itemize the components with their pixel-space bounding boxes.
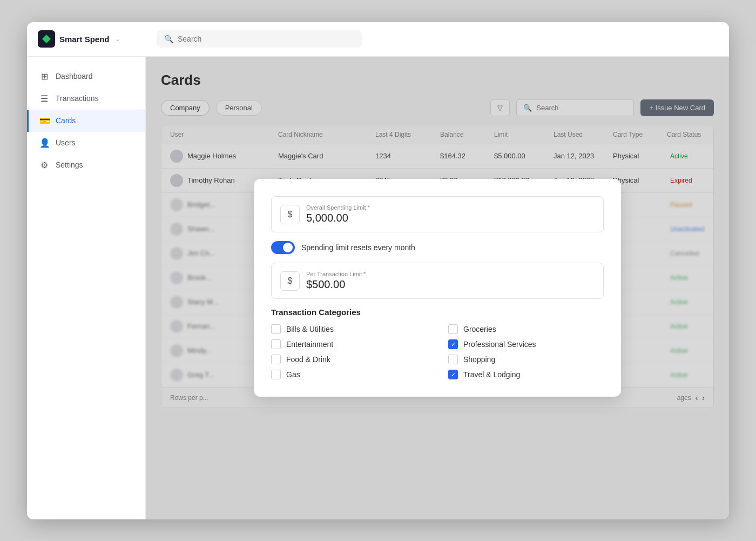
- per-transaction-value: $500.00: [306, 278, 366, 291]
- dashboard-icon: ⊞: [39, 71, 49, 82]
- overall-spending-limit-field[interactable]: $ Overall Spending Limit * 5,000.00: [271, 196, 604, 232]
- category-item-shopping[interactable]: Shopping: [448, 355, 604, 364]
- category-label-bills: Bills & Utilities: [286, 325, 334, 333]
- sidebar-item-dashboard[interactable]: ⊞ Dashboard: [27, 65, 145, 88]
- checkbox-shopping[interactable]: [448, 355, 458, 364]
- category-label-gas: Gas: [286, 370, 300, 379]
- toggle-label: Spending limit resets every month: [301, 243, 415, 252]
- checkbox-gas[interactable]: [271, 370, 281, 379]
- dollar-icon: $: [280, 205, 300, 224]
- spending-reset-toggle[interactable]: [271, 241, 295, 254]
- category-item-travel[interactable]: ✓ Travel & Lodging: [448, 370, 604, 379]
- per-transaction-limit-field[interactable]: $ Per Transaction Limit * $500.00: [271, 263, 604, 299]
- checkbox-food[interactable]: [271, 355, 281, 364]
- category-item-entertainment[interactable]: Entertainment: [271, 339, 427, 349]
- sidebar-item-settings[interactable]: ⚙ Settings: [27, 154, 145, 176]
- modal-overlay: $ Overall Spending Limit * 5,000.00 Spen…: [146, 57, 729, 519]
- global-search-bar[interactable]: 🔍: [157, 30, 362, 48]
- category-label-food: Food & Drink: [286, 355, 330, 364]
- categories-grid: Bills & Utilities Groceries Entertainmen…: [271, 324, 604, 379]
- sidebar-label-transactions: Transactions: [56, 94, 99, 103]
- sidebar-item-transactions[interactable]: ☰ Transactions: [27, 88, 145, 110]
- transactions-icon: ☰: [39, 93, 49, 104]
- global-search-input[interactable]: [178, 35, 354, 43]
- per-transaction-label: Per Transaction Limit *: [306, 271, 366, 277]
- top-bar: Smart Spend ⌄ 🔍: [27, 22, 729, 57]
- brand-chevron-icon[interactable]: ⌄: [115, 35, 120, 43]
- checkbox-groceries[interactable]: [448, 324, 458, 334]
- categories-title: Transaction Categories: [271, 308, 604, 317]
- sidebar-item-cards[interactable]: 💳 Cards: [27, 110, 145, 132]
- checkbox-travel[interactable]: ✓: [448, 370, 458, 379]
- sidebar-item-users[interactable]: 👤 Users: [27, 132, 145, 154]
- category-label-shopping: Shopping: [463, 355, 495, 364]
- main-content: Cards Company Personal ▽ 🔍 + Issue New C…: [146, 57, 729, 519]
- settings-icon: ⚙: [39, 160, 49, 170]
- toggle-knob: [283, 243, 293, 252]
- checkbox-professional[interactable]: ✓: [448, 339, 458, 349]
- category-label-entertainment: Entertainment: [286, 340, 333, 349]
- category-item-professional[interactable]: ✓ Professional Services: [448, 339, 604, 349]
- transaction-categories-section: Transaction Categories Bills & Utilities…: [271, 308, 604, 379]
- users-icon: 👤: [39, 138, 49, 148]
- category-item-bills[interactable]: Bills & Utilities: [271, 324, 427, 334]
- per-tx-dollar-icon: $: [280, 271, 300, 291]
- sidebar-label-settings: Settings: [56, 161, 83, 169]
- checkbox-bills[interactable]: [271, 324, 281, 334]
- modal-panel: $ Overall Spending Limit * 5,000.00 Spen…: [254, 179, 621, 397]
- overall-limit-label: Overall Spending Limit *: [306, 204, 370, 211]
- sidebar-label-users: Users: [56, 138, 76, 147]
- sidebar-label-dashboard: Dashboard: [56, 72, 93, 81]
- search-icon: 🔍: [164, 35, 173, 43]
- spending-reset-toggle-row: Spending limit resets every month: [271, 241, 604, 254]
- sidebar-label-cards: Cards: [56, 116, 76, 125]
- brand-logo: [38, 30, 55, 48]
- brand: Smart Spend ⌄: [38, 30, 157, 48]
- category-label-travel: Travel & Lodging: [463, 370, 520, 379]
- overall-limit-value: 5,000.00: [306, 212, 370, 224]
- checkbox-entertainment[interactable]: [271, 339, 281, 349]
- category-label-groceries: Groceries: [463, 325, 496, 333]
- brand-name: Smart Spend: [59, 35, 110, 44]
- category-item-groceries[interactable]: Groceries: [448, 324, 604, 334]
- category-label-professional: Professional Services: [463, 340, 536, 349]
- category-item-gas[interactable]: Gas: [271, 370, 427, 379]
- sidebar: ⊞ Dashboard ☰ Transactions 💳 Cards 👤 Use…: [27, 57, 146, 519]
- category-item-food[interactable]: Food & Drink: [271, 355, 427, 364]
- brand-logo-icon: [42, 35, 51, 43]
- cards-icon: 💳: [39, 116, 49, 126]
